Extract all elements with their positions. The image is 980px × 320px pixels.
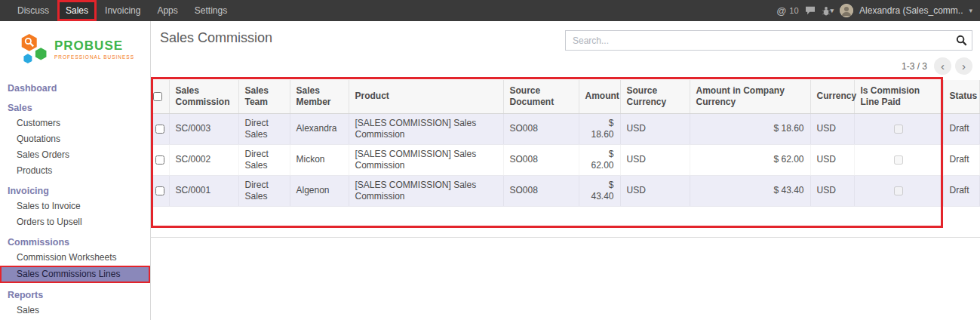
topbar-menu-invoicing[interactable]: Invoicing bbox=[97, 0, 149, 21]
sidebar-item-sales-commissions-lines[interactable]: Sales Commissions Lines bbox=[0, 266, 150, 283]
table-header-row: Sales CommissionSales TeamSales MemberPr… bbox=[151, 80, 980, 113]
cell-currency: USD bbox=[810, 144, 854, 175]
debug-icon[interactable]: ▾ bbox=[822, 6, 834, 16]
row-select-checkbox[interactable] bbox=[155, 186, 164, 195]
sidebar-section-reports[interactable]: Reports bbox=[0, 287, 150, 303]
cell-status: Draft bbox=[943, 144, 980, 175]
topbar-menu-apps[interactable]: Apps bbox=[149, 0, 186, 21]
pager-range: 1-3 / 3 bbox=[902, 61, 927, 72]
cell-sales-commission: SC/0003 bbox=[169, 113, 238, 144]
mention-count: 10 bbox=[789, 6, 798, 15]
list-end-divider bbox=[151, 237, 980, 238]
sidebar-section-dashboard[interactable]: Dashboard bbox=[0, 80, 150, 96]
cell-amount: $ 18.60 bbox=[579, 113, 620, 144]
column-header-amount[interactable]: Amount bbox=[579, 80, 620, 113]
topbar-right: @ 10 ▾ Alexandra (Sales_comm.. ▾ bbox=[777, 0, 980, 21]
topbar: DiscussSalesInvoicingAppsSettings @ 10 ▾… bbox=[0, 0, 980, 21]
sidebar-item-sales-orders[interactable]: Sales Orders bbox=[0, 147, 150, 163]
cell-sales-member: Alexandra bbox=[290, 113, 349, 144]
row-select-cell bbox=[151, 113, 169, 144]
sidebar: PROBUSE PROFESSIONAL BUSINESS DashboardS… bbox=[0, 21, 151, 320]
logo-tagline: PROFESSIONAL BUSINESS bbox=[54, 54, 134, 60]
row-select-cell bbox=[151, 175, 169, 206]
mention-icon[interactable]: @ bbox=[777, 5, 787, 17]
cell-source-document: SO008 bbox=[503, 113, 579, 144]
sidebar-item-commission-worksheets[interactable]: Commission Worksheets bbox=[0, 250, 150, 266]
topbar-menu-sales[interactable]: Sales bbox=[57, 0, 97, 21]
row-select-checkbox[interactable] bbox=[155, 125, 164, 134]
table-row[interactable]: SC/0002Direct SalesMickon[SALES COMMISSI… bbox=[151, 144, 980, 175]
cell-source-currency: USD bbox=[620, 113, 690, 144]
column-header-currency[interactable]: Currency bbox=[810, 80, 854, 113]
cell-amount: $ 43.40 bbox=[579, 175, 620, 206]
topbar-menu-discuss[interactable]: Discuss bbox=[9, 0, 57, 21]
messages-icon[interactable] bbox=[805, 6, 816, 15]
sidebar-item-customers[interactable]: Customers bbox=[0, 115, 150, 131]
sidebar-item-orders-to-upsell[interactable]: Orders to Upsell bbox=[0, 214, 150, 230]
column-header-source-document[interactable]: Source Document bbox=[503, 80, 579, 113]
cell-amount-company: $ 43.40 bbox=[690, 175, 810, 206]
sidebar-item-sales-to-invoice[interactable]: Sales to Invoice bbox=[0, 198, 150, 214]
sidebar-item-products[interactable]: Products bbox=[0, 163, 150, 179]
main-content: Sales Commission 1-3 / 3 ‹ › Sa bbox=[151, 21, 980, 320]
column-header-source-currency[interactable]: Source Currency bbox=[620, 80, 690, 113]
column-header-amount-in-company-currency[interactable]: Amount in Company Currency bbox=[690, 80, 810, 113]
paid-checkbox bbox=[894, 155, 903, 165]
column-header-status[interactable]: Status bbox=[943, 80, 980, 113]
cell-status: Draft bbox=[943, 175, 980, 206]
cell-currency: USD bbox=[810, 113, 854, 144]
app-body: PROBUSE PROFESSIONAL BUSINESS DashboardS… bbox=[0, 21, 980, 320]
cell-sales-member: Mickon bbox=[290, 144, 349, 175]
table-row[interactable]: SC/0001Direct SalesAlgenon[SALES COMMISS… bbox=[151, 175, 980, 206]
column-header-sales-commission[interactable]: Sales Commission bbox=[169, 80, 238, 113]
commission-table: Sales CommissionSales TeamSales MemberPr… bbox=[151, 80, 980, 207]
column-header-is-commision-line-paid[interactable]: Is Commision Line Paid bbox=[854, 80, 943, 113]
probuse-logo: PROBUSE PROFESSIONAL BUSINESS bbox=[0, 21, 150, 74]
avatar[interactable] bbox=[840, 4, 853, 17]
pager: 1-3 / 3 ‹ › bbox=[151, 51, 980, 75]
search-icon[interactable] bbox=[956, 35, 967, 49]
row-select-checkbox[interactable] bbox=[155, 155, 164, 165]
cell-amount-company: $ 62.00 bbox=[690, 144, 810, 175]
column-header-product[interactable]: Product bbox=[349, 80, 503, 113]
probuse-logo-text: PROBUSE PROFESSIONAL BUSINESS bbox=[54, 38, 134, 60]
sidebar-item-sales[interactable]: Sales bbox=[0, 303, 150, 318]
cell-sales-team: Direct Sales bbox=[238, 144, 290, 175]
page-title: Sales Commission bbox=[160, 30, 272, 46]
cell-sales-member: Algenon bbox=[290, 175, 349, 206]
pager-prev-button[interactable]: ‹ bbox=[934, 57, 951, 75]
cell-source-document: SO008 bbox=[503, 175, 579, 206]
search-box bbox=[565, 30, 972, 51]
logo-brand: PROBUSE bbox=[54, 38, 134, 54]
sidebar-section-sales[interactable]: Sales bbox=[0, 100, 150, 115]
user-menu[interactable]: Alexandra (Sales_comm.. bbox=[859, 5, 963, 16]
cell-amount: $ 62.00 bbox=[579, 144, 620, 175]
sidebar-section-invoicing[interactable]: Invoicing bbox=[0, 183, 150, 198]
cell-is-commission-line-paid bbox=[854, 113, 943, 144]
cell-currency: USD bbox=[810, 175, 854, 206]
pager-next-button[interactable]: › bbox=[955, 57, 972, 75]
paid-checkbox bbox=[894, 125, 903, 134]
column-header-sales-team[interactable]: Sales Team bbox=[238, 80, 290, 113]
cell-sales-team: Direct Sales bbox=[238, 175, 290, 206]
table-row[interactable]: SC/0003Direct SalesAlexandra[SALES COMMI… bbox=[151, 113, 980, 144]
column-header-sales-member[interactable]: Sales Member bbox=[290, 80, 349, 113]
cell-sales-commission: SC/0001 bbox=[169, 175, 238, 206]
sidebar-item-quotations[interactable]: Quotations bbox=[0, 131, 150, 147]
cell-source-document: SO008 bbox=[503, 144, 579, 175]
cell-status: Draft bbox=[943, 113, 980, 144]
cell-product: [SALES COMMISSION] Sales Commission bbox=[349, 144, 503, 175]
probuse-logo-icon bbox=[20, 32, 50, 66]
cell-is-commission-line-paid bbox=[854, 144, 943, 175]
cell-product: [SALES COMMISSION] Sales Commission bbox=[349, 113, 503, 144]
sidebar-section-commissions[interactable]: Commissions bbox=[0, 234, 150, 250]
select-all-header-cell bbox=[151, 80, 169, 113]
cell-amount-company: $ 18.60 bbox=[690, 113, 810, 144]
cell-source-currency: USD bbox=[620, 144, 690, 175]
row-select-cell bbox=[151, 144, 169, 175]
search-input[interactable] bbox=[565, 30, 972, 51]
debug-caret-icon: ▾ bbox=[831, 7, 834, 14]
select-all-checkbox[interactable] bbox=[153, 92, 162, 101]
control-panel: Sales Commission bbox=[151, 21, 980, 51]
topbar-menu-settings[interactable]: Settings bbox=[186, 0, 235, 21]
